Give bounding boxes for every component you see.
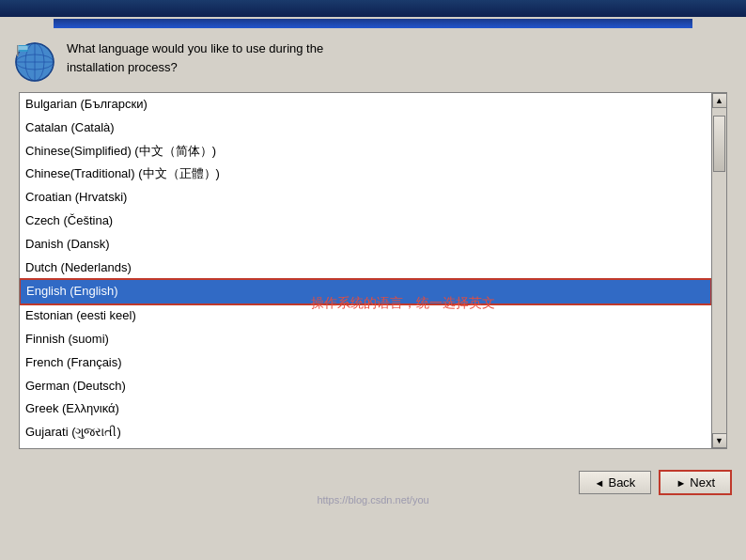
next-label: Next [690, 475, 715, 490]
scroll-track[interactable] [712, 108, 726, 433]
scroll-thumb[interactable] [713, 116, 725, 172]
list-item[interactable]: Chinese(Traditional) (中文（正體）) [20, 163, 711, 186]
header-question: What language would you like to use duri… [67, 41, 323, 74]
back-label: Back [608, 475, 635, 490]
language-list-container: Bulgarian (Български)Catalan (Català)Chi… [19, 92, 727, 449]
top-bar [0, 0, 746, 17]
svg-rect-6 [17, 45, 19, 56]
list-item[interactable]: German (Deutsch) [20, 375, 711, 398]
list-item[interactable]: Czech (Čeština) [20, 210, 711, 233]
list-item[interactable]: Croatian (Hrvatski) [20, 186, 711, 210]
list-item[interactable]: Dutch (Nederlands) [20, 257, 711, 280]
scroll-down-button[interactable]: ▼ [712, 433, 727, 448]
progress-bar [54, 19, 692, 28]
header-section: What language would you like to use duri… [14, 39, 732, 83]
back-icon: ◄ [595, 477, 605, 489]
next-button[interactable]: ► Next [659, 470, 732, 495]
list-item[interactable]: Greek (Ελληνικά) [20, 397, 711, 421]
progress-bar-container [0, 17, 746, 30]
list-item[interactable]: English (English) [20, 279, 711, 304]
language-list[interactable]: Bulgarian (Български)Catalan (Català)Chi… [20, 93, 711, 448]
list-item[interactable]: French (Français) [20, 351, 711, 375]
list-item[interactable]: Finnish (suomi) [20, 328, 711, 351]
watermark: https://blog.csdn.net/you [0, 494, 746, 506]
next-icon: ► [676, 477, 686, 489]
list-item[interactable]: Bulgarian (Български) [20, 93, 711, 117]
svg-rect-7 [19, 45, 28, 52]
list-item[interactable]: Catalan (Català) [20, 117, 711, 140]
scrollbar[interactable]: ▲ ▼ [711, 93, 726, 448]
list-item[interactable]: Gujarati (ગુજરાતી) [20, 421, 711, 444]
list-item[interactable]: Chinese(Simplified) (中文（简体）) [20, 140, 711, 163]
list-item[interactable]: Danish (Dansk) [20, 233, 711, 257]
scroll-up-button[interactable]: ▲ [712, 93, 727, 108]
back-button[interactable]: ◄ Back [579, 471, 652, 494]
globe-icon [14, 41, 55, 83]
header-text: What language would you like to use duri… [67, 39, 323, 76]
list-item[interactable]: Hebrew (עברית) [20, 444, 711, 448]
main-content: What language would you like to use duri… [0, 30, 746, 459]
list-item[interactable]: Estonian (eesti keel) [20, 304, 711, 328]
